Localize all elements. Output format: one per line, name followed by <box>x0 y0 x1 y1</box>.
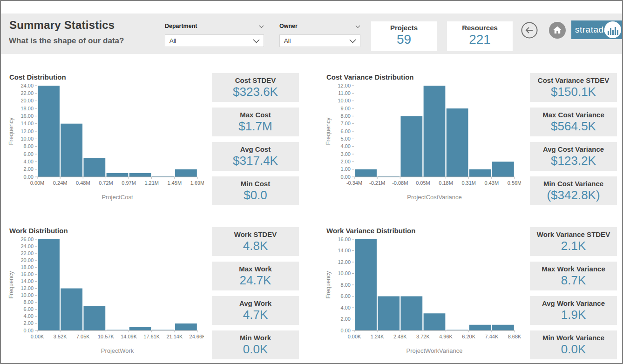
svg-text:-0.21M: -0.21M <box>369 180 385 186</box>
home-button[interactable] <box>549 21 566 39</box>
stat-value: $1.7M <box>212 119 299 134</box>
stat-value: $123.2K <box>530 154 617 168</box>
stat-label: Min Work <box>212 330 299 342</box>
work-distribution-chart: Work Distribution 0.002.004.006.008.0010… <box>7 227 208 359</box>
svg-text:5.00: 5.00 <box>341 136 351 142</box>
stat-value: 4.8K <box>212 239 299 253</box>
stat-label: Cost STDEV <box>212 73 299 84</box>
work-variance-distribution-histogram[interactable]: 0.002.004.006.008.0010.0012.0014.0016.00… <box>324 236 525 359</box>
svg-text:Frequency: Frequency <box>325 271 332 299</box>
stat-card: Min Cost Variance ($342.8K) <box>530 176 617 205</box>
svg-text:7.44K: 7.44K <box>485 334 498 339</box>
owner-slicer-label: Owner <box>279 23 298 29</box>
stratada-logo-text: stratada <box>571 25 609 35</box>
cost-variance-stats-column: Cost Variance STDEV $150.1K Max Cost Var… <box>530 73 617 205</box>
svg-text:10.00: 10.00 <box>338 270 351 276</box>
page-subtitle: What is the shape of our data? <box>9 36 124 46</box>
svg-text:6.00: 6.00 <box>341 293 351 299</box>
department-dropdown[interactable]: All <box>165 34 264 47</box>
svg-text:ProjectWorkVariance: ProjectWorkVariance <box>406 347 463 354</box>
svg-text:2.00: 2.00 <box>341 316 351 322</box>
svg-text:10.00: 10.00 <box>338 98 351 103</box>
svg-text:24.00: 24.00 <box>20 83 34 88</box>
svg-text:-0.34M: -0.34M <box>346 180 362 186</box>
report-page: Summary Statistics What is the shape of … <box>0 0 623 364</box>
svg-text:24.00: 24.00 <box>20 243 34 249</box>
svg-text:0.56M: 0.56M <box>508 180 521 186</box>
svg-text:22.00: 22.00 <box>20 90 34 96</box>
svg-text:3.52K: 3.52K <box>54 334 67 339</box>
chevron-down-icon[interactable] <box>355 22 360 30</box>
stat-value: $323.6K <box>212 85 299 99</box>
svg-text:4.00: 4.00 <box>24 313 34 319</box>
stat-label: Max Cost <box>212 108 299 119</box>
svg-text:0.48M: 0.48M <box>76 180 90 186</box>
department-dropdown-value: All <box>169 37 176 44</box>
stat-value: $150.1K <box>530 85 617 99</box>
owner-dropdown[interactable]: All <box>279 34 360 47</box>
svg-text:18.00: 18.00 <box>20 106 34 111</box>
svg-text:0.00: 0.00 <box>24 328 34 333</box>
svg-text:Frequency: Frequency <box>8 117 14 145</box>
resources-kpi-label: Resources <box>447 21 513 32</box>
stat-label: Work Variance STDEV <box>530 227 617 238</box>
svg-text:20.00: 20.00 <box>20 257 34 263</box>
stat-value: 4.7K <box>212 308 299 322</box>
svg-text:4.96K: 4.96K <box>439 334 453 339</box>
back-button[interactable] <box>521 21 538 39</box>
owner-slicer: Owner All <box>279 21 360 47</box>
chevron-down-icon <box>349 37 356 45</box>
stat-card: Max Work Variance 8.7K <box>530 262 617 290</box>
work-distribution-histogram[interactable]: 0.002.004.006.008.0010.0012.0014.0016.00… <box>7 236 208 359</box>
projects-kpi-value: 59 <box>371 32 437 47</box>
svg-text:20.00: 20.00 <box>20 98 34 103</box>
chart-title: Cost Variance Distribution <box>326 73 525 81</box>
svg-text:2.00: 2.00 <box>341 159 351 164</box>
stat-value: $564.5K <box>530 119 617 134</box>
svg-text:0.97M: 0.97M <box>122 180 136 186</box>
svg-text:16.00: 16.00 <box>338 236 351 242</box>
stat-card: Work STDEV 4.8K <box>212 227 299 256</box>
svg-text:21.14K: 21.14K <box>166 334 183 339</box>
home-icon <box>549 34 566 40</box>
stat-card: Cost STDEV $323.6K <box>212 73 299 102</box>
stat-value: 0.0K <box>530 342 617 357</box>
cost-variance-distribution-chart: Cost Variance Distribution 0.001.002.003… <box>324 73 525 206</box>
svg-text:0.00K: 0.00K <box>31 334 44 339</box>
svg-text:1.45M: 1.45M <box>168 180 182 186</box>
bar-chart-icon <box>604 21 621 38</box>
work-variance-distribution-chart: Work Variance Distribution 0.002.004.006… <box>324 227 525 359</box>
cost-variance-distribution-histogram[interactable]: 0.001.002.003.004.005.006.007.008.009.00… <box>324 82 525 206</box>
stat-label: Work STDEV <box>212 227 299 238</box>
chevron-down-icon[interactable] <box>259 22 264 30</box>
svg-text:6.00: 6.00 <box>24 306 34 312</box>
stat-card: Min Cost $0.0 <box>212 176 299 205</box>
svg-text:3.00: 3.00 <box>341 151 351 157</box>
department-slicer-label: Department <box>165 23 197 29</box>
svg-text:24.66K: 24.66K <box>190 334 204 339</box>
stat-value: 8.7K <box>530 273 617 288</box>
stat-card: Avg Cost $317.4K <box>212 142 299 171</box>
svg-text:1.69M: 1.69M <box>190 180 204 186</box>
svg-text:4.00: 4.00 <box>341 143 351 149</box>
svg-text:0.00: 0.00 <box>24 174 34 180</box>
svg-text:22.00: 22.00 <box>20 250 34 256</box>
svg-text:0.18M: 0.18M <box>439 180 453 186</box>
svg-text:0.05M: 0.05M <box>416 180 430 186</box>
cost-distribution-histogram[interactable]: 0.002.004.006.008.0010.0012.0014.0016.00… <box>7 82 208 206</box>
stat-label: Max Work Variance <box>530 262 617 273</box>
back-arrow-icon <box>521 34 538 40</box>
stat-label: Avg Cost Variance <box>530 142 617 153</box>
svg-text:ProjectCostVariance: ProjectCostVariance <box>407 194 462 201</box>
svg-text:0.00: 0.00 <box>341 174 351 180</box>
resources-kpi-value: 221 <box>447 32 513 47</box>
stat-value: 1.9K <box>530 308 617 322</box>
svg-text:0.43M: 0.43M <box>485 180 499 186</box>
svg-text:4.00: 4.00 <box>24 159 34 164</box>
svg-text:8.00: 8.00 <box>24 143 34 149</box>
stat-label: Min Cost <box>212 176 299 188</box>
stat-label: Max Cost Variance <box>530 108 617 119</box>
chart-title: Work Distribution <box>9 227 208 235</box>
work-variance-stats-column: Work Variance STDEV 2.1K Max Work Varian… <box>530 227 617 359</box>
svg-text:8.68K: 8.68K <box>508 334 521 339</box>
